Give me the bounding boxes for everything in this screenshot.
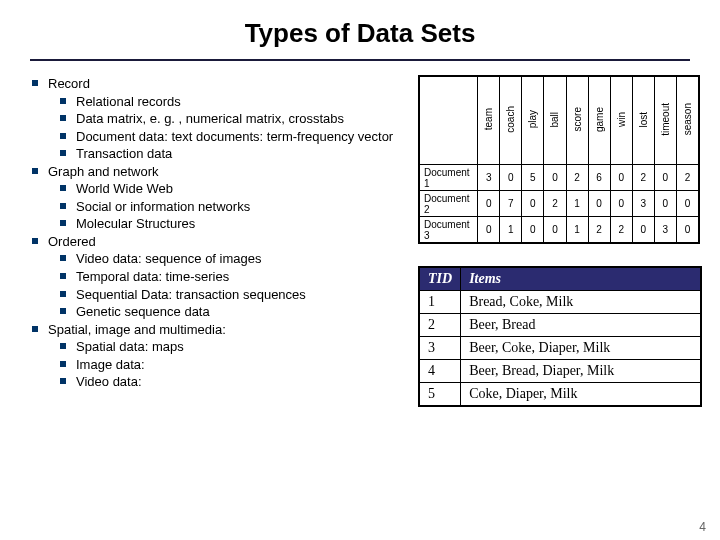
col-label: season bbox=[682, 103, 693, 135]
cell-items: Coke, Diaper, Milk bbox=[461, 383, 701, 406]
cell: 6 bbox=[588, 165, 610, 191]
outline-panel: Record Relational records Data matrix, e… bbox=[0, 75, 400, 391]
outline-label: Spatial, image and multimedia: bbox=[48, 322, 226, 337]
table-row: 5Coke, Diaper, Milk bbox=[420, 383, 701, 406]
outline-item: Genetic sequence data bbox=[56, 303, 400, 321]
outline-item: Document data: text documents: term-freq… bbox=[56, 128, 400, 146]
cell-tid: 3 bbox=[420, 337, 461, 360]
col-label: ball bbox=[549, 112, 560, 128]
outline-text: Social or information networks bbox=[76, 199, 250, 214]
cell: 0 bbox=[588, 191, 610, 217]
outline-item: Data matrix, e. g. , numerical matrix, c… bbox=[56, 110, 400, 128]
col-header: ball bbox=[544, 77, 566, 165]
row-label: Document 3 bbox=[420, 217, 478, 243]
cell: 3 bbox=[632, 191, 654, 217]
outline-text: Molecular Structures bbox=[76, 216, 195, 231]
col-label: score bbox=[572, 107, 583, 131]
cell: 2 bbox=[588, 217, 610, 243]
cell: 0 bbox=[654, 191, 676, 217]
col-header: play bbox=[522, 77, 544, 165]
outline-text: Document data: text documents: term-freq… bbox=[76, 129, 393, 144]
slide-content: Record Relational records Data matrix, e… bbox=[0, 75, 720, 391]
outline-item: Social or information networks bbox=[56, 198, 400, 216]
cell: 0 bbox=[478, 191, 500, 217]
cell-tid: 4 bbox=[420, 360, 461, 383]
cell: 2 bbox=[566, 165, 588, 191]
cell-items: Bread, Coke, Milk bbox=[461, 291, 701, 314]
row-label: Document 1 bbox=[420, 165, 478, 191]
table-row: 3Beer, Coke, Diaper, Milk bbox=[420, 337, 701, 360]
cell: 0 bbox=[478, 217, 500, 243]
cell: 5 bbox=[522, 165, 544, 191]
cell: 7 bbox=[500, 191, 522, 217]
cell-tid: 2 bbox=[420, 314, 461, 337]
cell: 0 bbox=[676, 191, 698, 217]
outline-text: Genetic sequence data bbox=[76, 304, 210, 319]
transaction-table: TID Items 1Bread, Coke, Milk 2Beer, Brea… bbox=[418, 266, 702, 407]
outline-text: Video data: sequence of images bbox=[76, 251, 262, 266]
outline-spatial: Spatial, image and multimedia: Spatial d… bbox=[28, 321, 400, 391]
outline-text: Relational records bbox=[76, 94, 181, 109]
col-header: game bbox=[588, 77, 610, 165]
outline-item: Video data: bbox=[56, 373, 400, 391]
outline-label: Graph and network bbox=[48, 164, 159, 179]
cell: 0 bbox=[610, 191, 632, 217]
col-label: play bbox=[527, 110, 538, 128]
cell-items: Beer, Coke, Diaper, Milk bbox=[461, 337, 701, 360]
outline-item: Spatial data: maps bbox=[56, 338, 400, 356]
cell: 3 bbox=[654, 217, 676, 243]
cell: 2 bbox=[544, 191, 566, 217]
cell: 1 bbox=[566, 217, 588, 243]
outline-text: World Wide Web bbox=[76, 181, 173, 196]
outline-item: Relational records bbox=[56, 93, 400, 111]
title-underline bbox=[30, 59, 690, 61]
outline-text: Temporal data: time-series bbox=[76, 269, 229, 284]
outline-graph: Graph and network World Wide Web Social … bbox=[28, 163, 400, 233]
outline-item: Video data: sequence of images bbox=[56, 250, 400, 268]
cell-tid: 1 bbox=[420, 291, 461, 314]
col-header: win bbox=[610, 77, 632, 165]
page-number: 4 bbox=[699, 520, 706, 534]
outline-label: Record bbox=[48, 76, 90, 91]
cell: 0 bbox=[610, 165, 632, 191]
cell: 1 bbox=[500, 217, 522, 243]
slide-title: Types of Data Sets bbox=[0, 0, 720, 59]
table-row: 2Beer, Bread bbox=[420, 314, 701, 337]
col-header: timeout bbox=[654, 77, 676, 165]
cell: 0 bbox=[522, 191, 544, 217]
outline-text: Video data: bbox=[76, 374, 142, 389]
cell: 0 bbox=[544, 217, 566, 243]
col-label: team bbox=[483, 108, 494, 130]
cell: 3 bbox=[478, 165, 500, 191]
col-header: lost bbox=[632, 77, 654, 165]
col-header-items: Items bbox=[461, 268, 701, 291]
cell: 1 bbox=[566, 191, 588, 217]
table-row: Document 2 0702100300 bbox=[420, 191, 699, 217]
outline-item: Temporal data: time-series bbox=[56, 268, 400, 286]
outline-label: Ordered bbox=[48, 234, 96, 249]
outline-text: Data matrix, e. g. , numerical matrix, c… bbox=[76, 111, 344, 126]
cell: 0 bbox=[522, 217, 544, 243]
cell: 2 bbox=[676, 165, 698, 191]
col-header: season bbox=[676, 77, 698, 165]
row-label: Document 2 bbox=[420, 191, 478, 217]
outline-record: Record Relational records Data matrix, e… bbox=[28, 75, 400, 163]
term-frequency-table: team coach play ball score game win lost… bbox=[418, 75, 700, 244]
cell: 0 bbox=[654, 165, 676, 191]
outline-item: World Wide Web bbox=[56, 180, 400, 198]
col-header: score bbox=[566, 77, 588, 165]
col-label: coach bbox=[505, 106, 516, 133]
table-corner bbox=[420, 77, 478, 165]
cell-tid: 5 bbox=[420, 383, 461, 406]
outline-item: Transaction data bbox=[56, 145, 400, 163]
col-label: game bbox=[594, 107, 605, 132]
outline-text: Image data: bbox=[76, 357, 145, 372]
cell: 0 bbox=[632, 217, 654, 243]
col-label: timeout bbox=[660, 103, 671, 136]
table-row: Document 3 0100122030 bbox=[420, 217, 699, 243]
col-header-tid: TID bbox=[420, 268, 461, 291]
outline-item: Molecular Structures bbox=[56, 215, 400, 233]
figures-panel: team coach play ball score game win lost… bbox=[418, 75, 702, 407]
col-header: coach bbox=[500, 77, 522, 165]
col-label: win bbox=[616, 112, 627, 127]
